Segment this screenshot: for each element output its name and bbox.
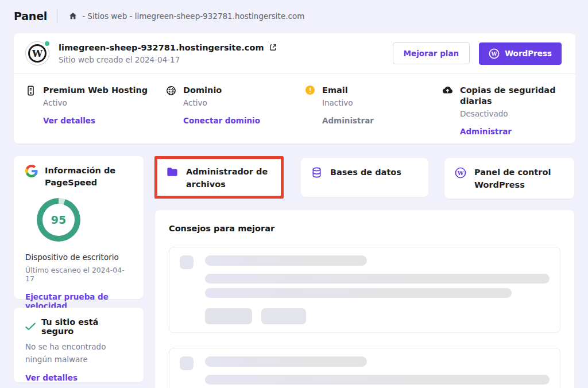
warning-icon bbox=[304, 85, 315, 95]
pagespeed-last-scan: Último escaneo el 2024-04-17 bbox=[25, 266, 132, 283]
annotation-highlight-box: Administrador de archivos bbox=[154, 156, 284, 199]
page-title: Panel bbox=[14, 10, 47, 22]
pagespeed-gauge: 95 bbox=[37, 198, 80, 242]
svg-text:W: W bbox=[491, 51, 498, 56]
pagespeed-title: Información de PageSpeed bbox=[45, 165, 128, 189]
status-value: Activo bbox=[43, 98, 148, 107]
security-details-link[interactable]: Ver detalles bbox=[25, 373, 78, 382]
status-value: Inactivo bbox=[322, 98, 374, 107]
skeleton-text-line bbox=[205, 375, 550, 385]
site-header: W limegreen-sheep-932781.hostingersite.c… bbox=[14, 33, 575, 74]
file-manager-label: Administrador de archivos bbox=[186, 166, 272, 191]
security-title: Tu sitio está seguro bbox=[41, 317, 132, 336]
tip-skeleton-card bbox=[169, 247, 560, 333]
skeleton-button-placeholder bbox=[205, 308, 252, 324]
status-title: Email bbox=[322, 85, 374, 96]
site-created-date: Sitio web creado el 2024-04-17 bbox=[59, 55, 277, 64]
wordpress-button-label: WordPress bbox=[505, 49, 552, 58]
folder-icon bbox=[167, 166, 178, 177]
wordpress-panel-label: Panel de control WordPress bbox=[474, 166, 560, 192]
wordpress-icon: W bbox=[455, 166, 466, 179]
pagespeed-score: 95 bbox=[51, 214, 66, 226]
security-description: No se ha encontrado ningún malware bbox=[25, 341, 132, 366]
database-icon bbox=[311, 166, 322, 178]
skeleton-icon-placeholder bbox=[180, 255, 194, 269]
top-bar: Panel - Sitios web - limegreen-sheep-932… bbox=[0, 0, 588, 32]
tip-skeleton-card bbox=[169, 348, 560, 388]
pagespeed-card: Información de PageSpeed 95 Dispositivo … bbox=[14, 156, 144, 299]
globe-icon bbox=[165, 85, 176, 96]
databases-label: Bases de datos bbox=[330, 166, 401, 179]
google-icon bbox=[25, 165, 38, 177]
topbar-divider bbox=[57, 9, 58, 24]
status-item-backups: Copias de seguridad diarias Desactivado … bbox=[442, 85, 562, 137]
connect-domain-link[interactable]: Conectar dominio bbox=[183, 116, 260, 125]
status-value: Desactivado bbox=[460, 109, 562, 118]
site-online-dot bbox=[44, 40, 51, 47]
skeleton-text-line bbox=[205, 274, 550, 284]
svg-text:W: W bbox=[32, 48, 43, 59]
external-link-icon[interactable] bbox=[269, 43, 277, 52]
status-title: Copias de seguridad diarias bbox=[460, 85, 562, 107]
status-item-email: Email Inactivo Administrar bbox=[304, 85, 442, 137]
wordpress-button[interactable]: W WordPress bbox=[479, 42, 562, 65]
tips-panel: Consejos para mejorar bbox=[155, 210, 574, 388]
home-icon[interactable] bbox=[68, 11, 78, 21]
skeleton-icon-placeholder bbox=[180, 356, 194, 370]
status-title: Dominio bbox=[183, 85, 260, 96]
status-row: Premium Web Hosting Activo Ver detalles … bbox=[14, 74, 575, 137]
site-overview-card: W limegreen-sheep-932781.hostingersite.c… bbox=[14, 33, 575, 143]
wordpress-button-icon: W bbox=[489, 48, 500, 59]
wordpress-panel-card[interactable]: W Panel de control WordPress bbox=[444, 158, 574, 199]
upgrade-plan-button[interactable]: Mejorar plan bbox=[393, 42, 470, 64]
skeleton-text-line bbox=[205, 288, 512, 298]
skeleton-title-bar bbox=[205, 255, 367, 266]
pagespeed-device: Dispositivo de escritorio bbox=[25, 253, 132, 262]
site-domain: limegreen-sheep-932781.hostingersite.com bbox=[59, 43, 264, 52]
databases-card[interactable]: Bases de datos bbox=[301, 158, 428, 197]
status-title: Premium Web Hosting bbox=[43, 85, 148, 96]
status-value: Activo bbox=[183, 98, 260, 107]
cloud-backup-icon bbox=[442, 85, 453, 95]
status-item-domain: Dominio Activo Conectar dominio bbox=[165, 85, 304, 137]
skeleton-button-placeholder bbox=[261, 308, 306, 324]
breadcrumb[interactable]: - Sitios web - limegreen-sheep-932781.ho… bbox=[82, 11, 304, 21]
hosting-details-link[interactable]: Ver detalles bbox=[43, 116, 95, 125]
skeleton-title-bar bbox=[205, 356, 367, 367]
svg-text:W: W bbox=[457, 170, 464, 176]
server-icon bbox=[25, 85, 36, 96]
file-manager-card[interactable]: Administrador de archivos bbox=[157, 159, 281, 198]
status-item-hosting: Premium Web Hosting Activo Ver detalles bbox=[25, 85, 165, 137]
security-card: Tu sitio está seguro No se ha encontrado… bbox=[14, 308, 144, 382]
backups-manage-link[interactable]: Administrar bbox=[460, 127, 512, 136]
tips-title: Consejos para mejorar bbox=[169, 224, 560, 233]
checkmark-icon bbox=[25, 323, 36, 331]
email-manage-link[interactable]: Administrar bbox=[322, 116, 374, 125]
site-avatar: W bbox=[25, 41, 49, 65]
